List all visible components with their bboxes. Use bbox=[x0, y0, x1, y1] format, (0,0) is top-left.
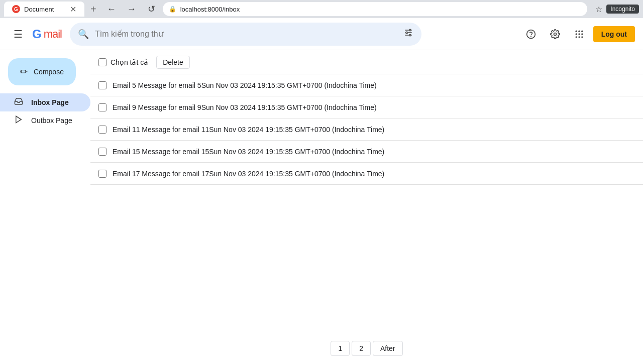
svg-point-17 bbox=[581, 36, 583, 38]
email-checkbox[interactable] bbox=[98, 170, 106, 178]
table-row[interactable]: Email 17 Message for email 17Sun Nov 03 … bbox=[90, 163, 643, 185]
svg-point-11 bbox=[581, 30, 583, 32]
topbar: ☰ G mail 🔍 bbox=[0, 18, 643, 50]
logo-text: mail bbox=[44, 28, 62, 41]
svg-point-3 bbox=[409, 29, 411, 31]
svg-point-7 bbox=[530, 36, 531, 36]
search-icon[interactable]: 🔍 bbox=[78, 29, 89, 40]
table-row[interactable]: Email 5 Message for email 5Sun Nov 03 20… bbox=[90, 74, 643, 96]
svg-point-15 bbox=[575, 36, 577, 38]
address-bar[interactable]: 🔒 localhost:8000/inbox bbox=[163, 2, 588, 16]
email-text: Email 17 Message for email 17Sun Nov 03 … bbox=[113, 170, 635, 178]
topbar-right: Log out bbox=[521, 24, 635, 44]
sidebar-item-inbox[interactable]: Inbox Page bbox=[0, 93, 90, 111]
after-button[interactable]: After bbox=[373, 341, 403, 356]
browser-chrome: G Document ✕ + ← → ↺ 🔒 localhost:8000/in… bbox=[0, 0, 643, 18]
email-text: Email 5 Message for email 5Sun Nov 03 20… bbox=[113, 81, 635, 89]
svg-point-12 bbox=[575, 33, 577, 35]
gmail-app: ☰ G mail 🔍 bbox=[0, 18, 643, 364]
inbox-icon bbox=[14, 97, 23, 108]
svg-point-14 bbox=[581, 33, 583, 35]
svg-point-16 bbox=[578, 36, 580, 38]
svg-point-10 bbox=[578, 30, 580, 32]
pagination: 1 2 After bbox=[90, 333, 643, 364]
forward-button[interactable]: → bbox=[125, 2, 139, 16]
table-row[interactable]: Email 9 Message for email 9Sun Nov 03 20… bbox=[90, 96, 643, 118]
menu-button[interactable]: ☰ bbox=[8, 24, 28, 44]
email-text: Email 11 Message for email 11Sun Nov 03 … bbox=[113, 126, 635, 134]
back-button[interactable]: ← bbox=[104, 2, 119, 16]
help-button[interactable] bbox=[521, 24, 541, 44]
email-checkbox[interactable] bbox=[98, 126, 106, 134]
table-row[interactable]: Email 11 Message for email 11Sun Nov 03 … bbox=[90, 118, 643, 141]
email-text: Email 9 Message for email 9Sun Nov 03 20… bbox=[113, 103, 635, 111]
compose-button[interactable]: ✏ Compose bbox=[8, 58, 76, 85]
svg-point-5 bbox=[409, 34, 411, 36]
svg-marker-18 bbox=[16, 116, 22, 123]
logo-g: G bbox=[32, 27, 42, 41]
toolbar: Chọn tất cả Delete bbox=[90, 50, 643, 74]
delete-button[interactable]: Delete bbox=[156, 56, 189, 69]
compose-icon: ✏ bbox=[20, 66, 28, 77]
page-1-button[interactable]: 1 bbox=[331, 341, 350, 356]
tab-favicon: G bbox=[12, 5, 20, 13]
svg-point-4 bbox=[406, 32, 407, 33]
browser-tab: G Document ✕ bbox=[4, 2, 84, 17]
filter-icon[interactable] bbox=[403, 28, 413, 40]
bookmark-button[interactable]: ☆ bbox=[595, 5, 602, 14]
main-layout: ✏ Compose Inbox Page Outbox P bbox=[0, 50, 643, 364]
tab-close-button[interactable]: ✕ bbox=[70, 5, 76, 14]
email-checkbox[interactable] bbox=[98, 148, 106, 156]
lock-icon: 🔒 bbox=[169, 6, 176, 13]
reload-button[interactable]: ↺ bbox=[145, 2, 159, 16]
compose-label: Compose bbox=[34, 68, 64, 76]
svg-point-9 bbox=[575, 30, 577, 32]
inbox-label: Inbox Page bbox=[31, 98, 69, 106]
table-row[interactable]: Email 15 Message for email 15Sun Nov 03 … bbox=[90, 141, 643, 163]
select-all-label[interactable]: Chọn tất cả bbox=[111, 58, 148, 66]
logout-button[interactable]: Log out bbox=[593, 26, 635, 42]
outbox-label: Outbox Page bbox=[31, 116, 72, 125]
select-all-checkbox[interactable] bbox=[98, 58, 106, 66]
sidebar: ✏ Compose Inbox Page Outbox P bbox=[0, 50, 90, 364]
outbox-icon bbox=[14, 115, 23, 126]
browser-right: ☆ Incognito bbox=[595, 5, 639, 14]
email-checkbox[interactable] bbox=[98, 103, 106, 111]
browser-controls: ← → ↺ bbox=[104, 2, 159, 16]
page-2-button[interactable]: 2 bbox=[352, 341, 371, 356]
new-tab-button[interactable]: + bbox=[90, 4, 96, 15]
apps-button[interactable] bbox=[569, 24, 589, 44]
sidebar-item-outbox[interactable]: Outbox Page bbox=[0, 111, 90, 130]
email-checkbox[interactable] bbox=[98, 81, 106, 89]
search-bar[interactable]: 🔍 bbox=[70, 23, 421, 46]
email-list: Email 5 Message for email 5Sun Nov 03 20… bbox=[90, 74, 643, 333]
menu-icon: ☰ bbox=[14, 28, 23, 40]
tab-title: Document bbox=[24, 6, 54, 13]
search-input[interactable] bbox=[95, 30, 397, 39]
svg-point-13 bbox=[578, 33, 580, 35]
address-text: localhost:8000/inbox bbox=[180, 6, 240, 13]
content-area: Chọn tất cả Delete Email 5 Message for e… bbox=[90, 50, 643, 364]
email-text: Email 15 Message for email 15Sun Nov 03 … bbox=[113, 148, 635, 156]
settings-button[interactable] bbox=[545, 24, 565, 44]
svg-point-8 bbox=[554, 33, 556, 35]
gmail-logo: G mail bbox=[32, 27, 62, 41]
incognito-badge: Incognito bbox=[606, 5, 639, 14]
